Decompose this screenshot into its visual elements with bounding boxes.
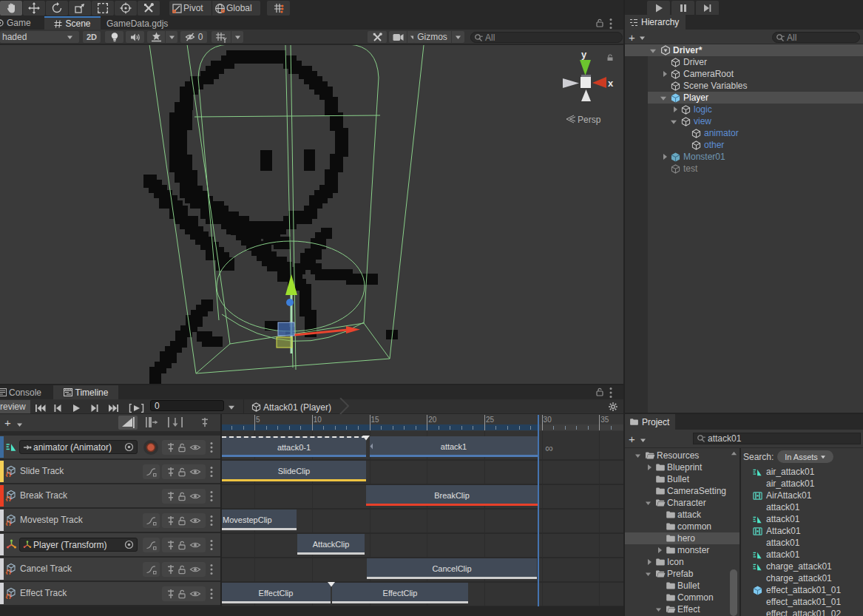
svg-text:{}: {} <box>6 519 12 526</box>
svg-text:{}: {} <box>6 568 12 575</box>
svg-text:{}: {} <box>6 470 12 477</box>
svg-text:y: y <box>581 49 587 60</box>
svg-text:Persp: Persp <box>578 115 601 125</box>
svg-text:{}: {} <box>6 592 12 599</box>
svg-text:x: x <box>608 78 614 89</box>
svg-text:{}: {} <box>6 495 12 501</box>
